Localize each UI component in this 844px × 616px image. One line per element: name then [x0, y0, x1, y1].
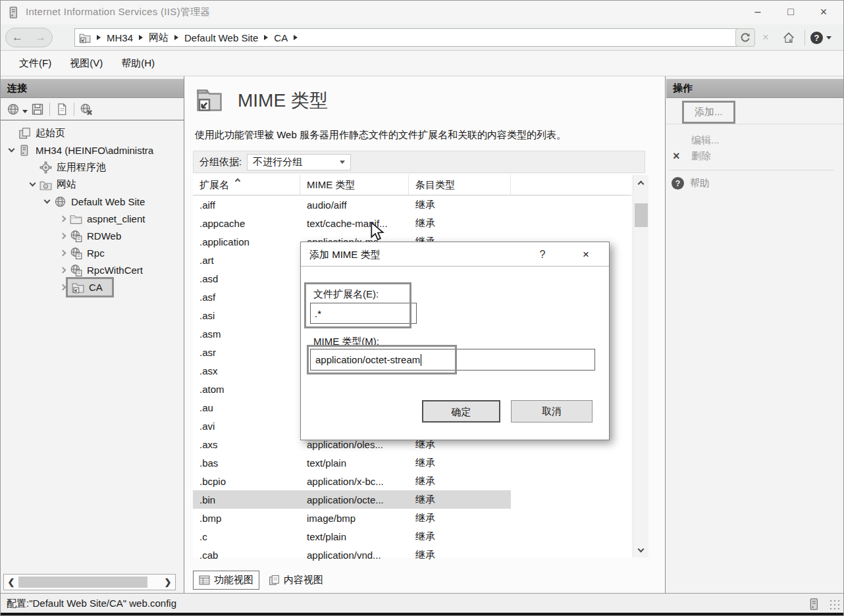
tree-item-label: Rpc [87, 247, 105, 259]
delete-icon: × [673, 149, 687, 163]
add-action[interactable]: 添加... [682, 101, 735, 124]
menu-view[interactable]: 视图(V) [61, 53, 112, 74]
table-row[interactable]: .cabapplication/vnd...继承 [193, 546, 631, 564]
dialog-close-button[interactable]: × [576, 242, 596, 267]
cell-blank [511, 472, 631, 490]
back-button[interactable]: ← [12, 31, 23, 44]
column-header-mime-type[interactable]: MIME 类型 [300, 175, 409, 195]
table-row[interactable]: .bastext/plain继承 [193, 453, 631, 472]
tree-item-rpc[interactable]: Rpc [1, 244, 184, 261]
app-folder-icon [72, 281, 84, 294]
table-row[interactable]: .bcpioapplication/x-bc...继承 [193, 472, 631, 490]
breadcrumb-item[interactable]: CA [274, 32, 288, 43]
table-row[interactable]: .bmpimage/bmp继承 [193, 509, 631, 527]
menu-help[interactable]: 帮助(H) [112, 53, 164, 74]
cell-entry-type: 继承 [409, 214, 511, 232]
view-tabs: 功能视图 内容视图 [193, 571, 332, 590]
help-action[interactable]: ? 帮助 [672, 177, 710, 190]
cell-mime-type: text/plain [300, 527, 409, 546]
chevron-right-icon[interactable] [57, 268, 68, 272]
connection-dropdown-icon[interactable] [22, 110, 28, 113]
mime-type-input[interactable]: application/octet-stream [310, 349, 595, 371]
cell-mime-type: audio/aiff [300, 195, 409, 214]
table-row[interactable]: .ctext/plain继承 [193, 527, 631, 546]
breadcrumb[interactable]: MH34网站Default Web SiteCA [74, 28, 741, 47]
tree-item-aspnet-client[interactable]: aspnet_client [1, 210, 184, 227]
tree-item-label: RDWeb [87, 230, 121, 242]
column-header-entry-type[interactable]: 条目类型 [409, 175, 511, 195]
cell-extension: .axs [193, 435, 300, 453]
menu-file[interactable]: 文件(F) [10, 53, 61, 74]
tree-item-ca[interactable]: CA [1, 278, 184, 295]
connections-toolbar [1, 98, 184, 120]
save-connections-icon[interactable] [31, 103, 44, 116]
table-row-selected[interactable]: .binapplication/octe...继承 [193, 490, 631, 509]
disconnect-icon[interactable] [80, 103, 93, 116]
scroll-right-icon[interactable]: ❯ [161, 577, 175, 587]
table-row[interactable]: .appcachetext/cache-manif...继承 [193, 214, 631, 232]
tree-item-mh34-heinfo-administra[interactable]: MH34 (HEINFO\administra [1, 141, 184, 159]
scroll-left-icon[interactable]: ❮ [4, 577, 18, 587]
table-row[interactable]: .aiffaudio/aiff继承 [193, 195, 631, 214]
refresh-button[interactable] [735, 28, 755, 47]
chevron-right-icon[interactable] [57, 234, 68, 238]
cell-extension: .asx [193, 361, 300, 380]
tab-features-view[interactable]: 功能视图 [193, 571, 259, 590]
connections-panel: 连接 起始页MH34 (HEINFO\administra应用程序池网站Defa… [1, 76, 184, 593]
cell-extension: .asf [193, 288, 300, 306]
column-header-extension[interactable]: 扩展名 [193, 175, 300, 195]
iis-manager-window: Internet Information Services (IIS)管理器 –… [0, 0, 844, 616]
maximize-button[interactable]: □ [775, 1, 806, 23]
breadcrumb-separator [264, 35, 268, 40]
cell-extension: .appcache [193, 214, 300, 232]
toolbar-separator [74, 103, 74, 116]
breadcrumb-page-icon [79, 32, 91, 43]
scrollbar-thumb[interactable] [18, 577, 147, 588]
tree-item-应用程序池[interactable]: 应用程序池 [1, 159, 184, 176]
minimize-button[interactable]: – [742, 1, 774, 23]
chevron-down-icon[interactable] [41, 201, 52, 203]
create-connection-icon[interactable] [7, 103, 20, 116]
breadcrumb-item[interactable]: 网站 [149, 32, 169, 44]
cell-extension: .asm [193, 324, 300, 343]
selected-node-highlight: CA [66, 277, 114, 297]
tree-item-rpcwithcert[interactable]: RpcWithCert [1, 261, 184, 278]
dialog-help-button[interactable]: ? [533, 242, 552, 267]
column-header-blank [511, 175, 631, 195]
window-bottom-edge [1, 613, 843, 616]
close-button[interactable]: × [808, 1, 839, 23]
resize-grip[interactable] [829, 599, 839, 609]
tree-item-网站[interactable]: 网站 [1, 176, 184, 193]
tab-content-view[interactable]: 内容视图 [263, 571, 329, 589]
chevron-right-icon[interactable] [57, 251, 68, 255]
breadcrumb-item[interactable]: MH34 [107, 32, 133, 43]
cell-entry-type: 继承 [409, 472, 511, 490]
cell-extension: .bin [193, 490, 300, 509]
cell-mime-type: text/plain [300, 453, 409, 472]
scroll-down-icon[interactable] [633, 543, 648, 557]
edit-action: 编辑... [691, 134, 720, 147]
tree-item-起始页[interactable]: 起始页 [1, 124, 184, 141]
scrollbar-thumb[interactable] [635, 203, 648, 227]
stop-button[interactable]: × [756, 28, 776, 47]
horizontal-scrollbar[interactable]: ❮ ❯ [3, 574, 176, 590]
tree-item-rdweb[interactable]: RDWeb [1, 227, 184, 244]
breadcrumb-separator [97, 35, 101, 40]
help-button[interactable]: ? [808, 28, 834, 47]
breadcrumb-separator [174, 35, 178, 40]
file-extension-input[interactable] [310, 303, 417, 324]
vertical-scrollbar[interactable] [633, 175, 648, 557]
breadcrumb-item[interactable]: Default Web Site [184, 32, 258, 43]
cancel-button[interactable]: 取消 [511, 400, 593, 423]
tree-item-default-web-site[interactable]: Default Web Site [1, 193, 184, 210]
forward-button[interactable]: → [35, 31, 46, 44]
home-button[interactable] [779, 28, 799, 47]
group-by-select[interactable]: 不进行分组 [247, 154, 351, 170]
toolbar-separator [49, 103, 50, 116]
chevron-down-icon[interactable] [27, 184, 38, 186]
page-icon[interactable] [55, 103, 68, 116]
scroll-up-icon[interactable] [633, 175, 648, 190]
chevron-right-icon[interactable] [57, 217, 68, 221]
ok-button[interactable]: 确定 [422, 400, 500, 423]
chevron-down-icon[interactable] [6, 149, 16, 151]
